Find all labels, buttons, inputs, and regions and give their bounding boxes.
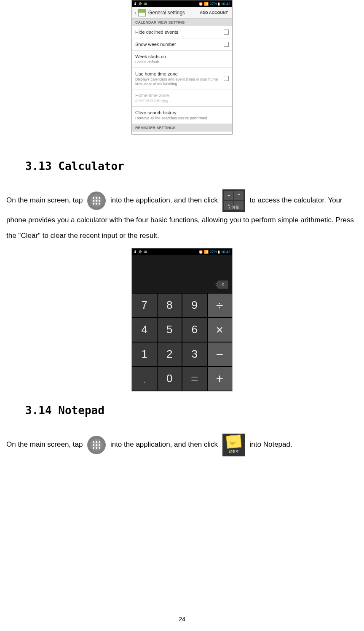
back-icon[interactable]: ‹ (134, 9, 136, 16)
home-tz-value-sub: (GMT+8:00) Beijing (135, 99, 229, 103)
show-week-row[interactable]: Show week number (132, 38, 232, 51)
home-tz-checkbox[interactable] (224, 76, 229, 81)
debug-icon: ⚙ (139, 250, 142, 254)
notepad-icon-label: 记事本 (222, 448, 245, 456)
battery-level: 27% (209, 2, 217, 6)
week-starts-label: Week starts on (135, 54, 229, 59)
calc-btn-divide[interactable]: ÷ (207, 293, 233, 318)
calc-btn-3[interactable]: 3 (182, 342, 207, 367)
clear-history-label: Clear search history (135, 110, 229, 115)
status-time: 10:42 (221, 2, 230, 6)
calc-btn-1[interactable]: 1 (132, 342, 157, 367)
page-number: 24 (179, 616, 185, 623)
calculator-app-icon: − = + 计算器 (222, 189, 245, 212)
calc-btn-4[interactable]: 4 (132, 318, 157, 342)
notepad-text-3: into Notepad. (250, 440, 292, 448)
msg-icon: ✉ (144, 250, 147, 254)
calculator-keypad: 7 8 9 ÷ 4 5 6 × 1 2 3 − . 0 = + (132, 293, 232, 391)
show-week-checkbox[interactable] (224, 42, 229, 47)
notepad-heading: 3.14 Notepad (25, 404, 360, 417)
calc-btn-8[interactable]: 8 (157, 293, 182, 318)
calc-text-1: On the main screen, tap (6, 196, 83, 204)
clear-history-sub: Remove all the searches you've performed (135, 116, 229, 120)
calc-icon-label: 计算器 (222, 204, 245, 211)
battery-icon: ▮ (218, 2, 220, 6)
settings-screenshot: ⬇ ⚙ ✉ ⏰ 📶 27% ▮ 10:42 ‹ General settings… (131, 0, 233, 135)
battery-level: 27% (209, 250, 217, 254)
msg-icon: ✉ (144, 2, 147, 6)
calculator-paragraph: On the main screen, tap into the applica… (6, 189, 358, 244)
signal-icon: 📶 (204, 2, 209, 6)
calc-btn-equals[interactable]: = (182, 367, 207, 391)
home-tz-value-row: Home time zone (GMT+8:00) Beijing (132, 89, 232, 107)
usb-icon: ⬇ (134, 2, 137, 6)
calculator-display: × (132, 255, 232, 293)
calc-text-2: into the application, and then click (110, 196, 218, 204)
signal-icon: 📶 (204, 250, 209, 254)
status-time: 10:42 (221, 250, 230, 254)
calc-btn-plus[interactable]: + (207, 367, 233, 391)
hide-declined-checkbox[interactable] (224, 30, 229, 35)
calculator-heading: 3.13 Calculator (25, 160, 360, 173)
calendar-icon (138, 9, 146, 16)
notepad-app-icon: 记事本 (222, 434, 245, 456)
calc-btn-minus[interactable]: − (207, 342, 233, 367)
calc-btn-6[interactable]: 6 (182, 318, 207, 342)
alarm-icon: ⏰ (198, 2, 203, 6)
calc-btn-dot[interactable]: . (132, 367, 157, 391)
calc-status-bar: ⬇ ⚙ ✉ ⏰ 📶 27% ▮ 10:42 (132, 248, 232, 255)
sticky-note-icon (226, 434, 241, 448)
alarm-icon: ⏰ (198, 250, 203, 254)
notepad-paragraph: On the main screen, tap into the applica… (6, 434, 358, 456)
backspace-button[interactable]: × (215, 280, 228, 289)
usb-icon: ⬇ (134, 250, 137, 254)
apps-drawer-icon-2 (87, 436, 106, 454)
status-bar: ⬇ ⚙ ✉ ⏰ 📶 27% ▮ 10:42 (132, 0, 232, 7)
debug-icon: ⚙ (139, 2, 142, 6)
home-tz-row[interactable]: Use home time zone Displays calendars an… (132, 68, 232, 89)
calc-text-3: to access the (250, 196, 292, 204)
calc-icon-equals: = (234, 191, 244, 200)
calculator-screenshot: ⬇ ⚙ ✉ ⏰ 📶 27% ▮ 10:42 × 7 8 9 ÷ 4 5 6 × … (131, 248, 233, 391)
home-tz-value-label: Home time zone (135, 93, 229, 98)
calc-btn-5[interactable]: 5 (157, 318, 182, 342)
hide-declined-row[interactable]: Hide declined events (132, 26, 232, 38)
home-tz-label: Use home time zone (135, 71, 224, 76)
notepad-text-2: into the application, and then click (110, 440, 218, 448)
week-starts-sub: Locale default (135, 60, 229, 64)
calc-icon-minus: − (224, 191, 234, 200)
settings-header[interactable]: ‹ General settings ADD ACCOUNT (132, 7, 232, 19)
calc-btn-9[interactable]: 9 (182, 293, 207, 318)
home-tz-sub: Displays calendars and event times in yo… (135, 77, 224, 86)
add-account-button[interactable]: ADD ACCOUNT (198, 10, 230, 16)
notepad-text-1: On the main screen, tap (6, 440, 83, 448)
calc-btn-7[interactable]: 7 (132, 293, 157, 318)
calc-btn-multiply[interactable]: × (207, 318, 233, 342)
clear-history-row[interactable]: Clear search history Remove all the sear… (132, 107, 232, 124)
show-week-label: Show week number (135, 42, 176, 47)
calc-btn-2[interactable]: 2 (157, 342, 182, 367)
section-calendar-view: CALENDAR VIEW SETTING (132, 19, 232, 26)
hide-declined-label: Hide declined events (135, 30, 178, 35)
section-reminder: REMINDER SETTINGS (132, 124, 232, 132)
battery-icon: ▮ (218, 250, 220, 254)
apps-drawer-icon (87, 191, 106, 210)
header-title: General settings (148, 10, 198, 16)
calc-btn-0[interactable]: 0 (157, 367, 182, 391)
week-starts-row[interactable]: Week starts on Locale default (132, 51, 232, 68)
